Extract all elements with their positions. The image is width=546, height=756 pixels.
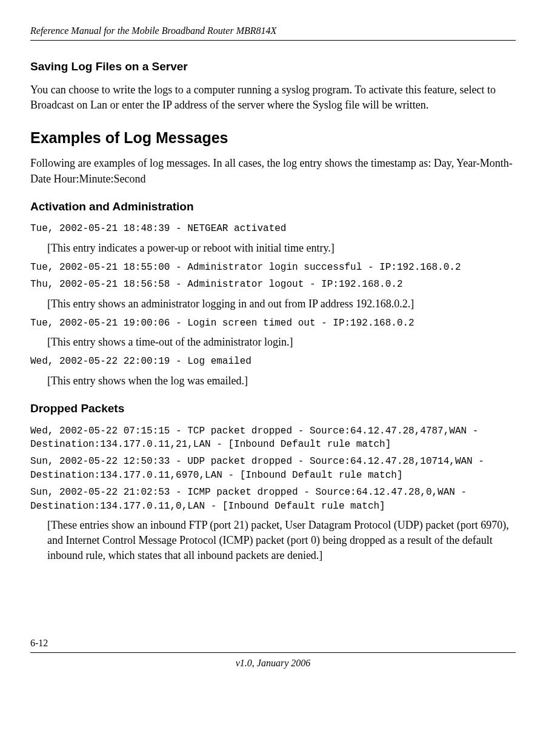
heading-dropped-packets: Dropped Packets [30,401,516,417]
page-number: 6-12 [30,637,516,650]
log-entry: Thu, 2002-05-21 18:56:58 - Administrator… [30,278,516,291]
heading-activation-admin: Activation and Administration [30,199,516,215]
log-note: [These entries show an inbound FTP (port… [47,518,516,564]
log-entry: Tue, 2002-05-21 18:55:00 - Administrator… [30,261,516,274]
header-title: Reference Manual for the Mobile Broadban… [30,24,516,38]
log-entry: Wed, 2002-05-22 22:00:19 - Log emailed [30,355,516,368]
heading-saving-log-files: Saving Log Files on a Server [30,59,516,75]
footer-rule [30,652,516,653]
log-entry: Wed, 2002-05-22 07:15:15 - TCP packet dr… [30,424,516,452]
log-note: [This entry shows a time-out of the admi… [47,335,516,350]
heading-examples-log-messages: Examples of Log Messages [30,127,516,149]
para-saving-log-files: You can choose to write the logs to a co… [30,82,516,113]
log-entry: Sun, 2002-05-22 21:02:53 - ICMP packet d… [30,486,516,513]
log-note: [This entry indicates a power-up or rebo… [47,241,516,256]
header-rule [30,40,516,41]
log-entry: Tue, 2002-05-21 18:48:39 - NETGEAR activ… [30,222,516,235]
log-note: [This entry shows an administrator loggi… [47,296,516,312]
log-note: [This entry shows when the log was email… [47,373,516,389]
page-footer: 6-12 v1.0, January 2006 [30,637,516,671]
log-entry: Tue, 2002-05-21 19:00:06 - Login screen … [30,316,516,330]
para-examples-intro: Following are examples of log messages. … [30,156,516,186]
footer-version: v1.0, January 2006 [30,657,516,670]
log-entry: Sun, 2002-05-22 12:50:33 - UDP packet dr… [30,455,516,482]
